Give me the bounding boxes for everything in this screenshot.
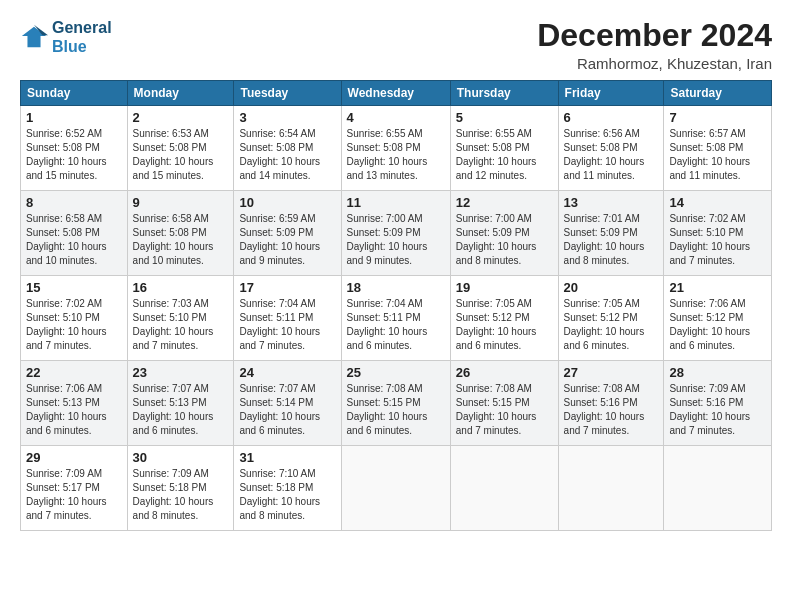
header: General Blue December 2024 Ramhormoz, Kh… <box>20 18 772 72</box>
title-area: December 2024 Ramhormoz, Khuzestan, Iran <box>537 18 772 72</box>
calendar-cell: 16Sunrise: 7:03 AM Sunset: 5:10 PM Dayli… <box>127 276 234 361</box>
calendar-cell: 14Sunrise: 7:02 AM Sunset: 5:10 PM Dayli… <box>664 191 772 276</box>
day-detail: Sunrise: 6:56 AM Sunset: 5:08 PM Dayligh… <box>564 127 659 183</box>
day-number: 17 <box>239 280 335 295</box>
calendar-cell <box>341 446 450 531</box>
calendar-table: SundayMondayTuesdayWednesdayThursdayFrid… <box>20 80 772 531</box>
calendar-cell: 15Sunrise: 7:02 AM Sunset: 5:10 PM Dayli… <box>21 276 128 361</box>
calendar-cell: 12Sunrise: 7:00 AM Sunset: 5:09 PM Dayli… <box>450 191 558 276</box>
calendar-cell: 13Sunrise: 7:01 AM Sunset: 5:09 PM Dayli… <box>558 191 664 276</box>
day-detail: Sunrise: 6:53 AM Sunset: 5:08 PM Dayligh… <box>133 127 229 183</box>
day-detail: Sunrise: 6:58 AM Sunset: 5:08 PM Dayligh… <box>26 212 122 268</box>
day-number: 10 <box>239 195 335 210</box>
weekday-header: Saturday <box>664 81 772 106</box>
calendar-cell: 28Sunrise: 7:09 AM Sunset: 5:16 PM Dayli… <box>664 361 772 446</box>
day-detail: Sunrise: 7:05 AM Sunset: 5:12 PM Dayligh… <box>564 297 659 353</box>
calendar-cell: 5Sunrise: 6:55 AM Sunset: 5:08 PM Daylig… <box>450 106 558 191</box>
day-number: 11 <box>347 195 445 210</box>
day-detail: Sunrise: 6:59 AM Sunset: 5:09 PM Dayligh… <box>239 212 335 268</box>
day-detail: Sunrise: 7:03 AM Sunset: 5:10 PM Dayligh… <box>133 297 229 353</box>
weekday-header: Wednesday <box>341 81 450 106</box>
logo: General Blue <box>20 18 112 56</box>
day-detail: Sunrise: 7:02 AM Sunset: 5:10 PM Dayligh… <box>26 297 122 353</box>
day-number: 5 <box>456 110 553 125</box>
calendar-cell: 2Sunrise: 6:53 AM Sunset: 5:08 PM Daylig… <box>127 106 234 191</box>
day-detail: Sunrise: 6:58 AM Sunset: 5:08 PM Dayligh… <box>133 212 229 268</box>
day-detail: Sunrise: 7:09 AM Sunset: 5:18 PM Dayligh… <box>133 467 229 523</box>
day-detail: Sunrise: 7:04 AM Sunset: 5:11 PM Dayligh… <box>239 297 335 353</box>
day-detail: Sunrise: 7:00 AM Sunset: 5:09 PM Dayligh… <box>347 212 445 268</box>
day-detail: Sunrise: 7:08 AM Sunset: 5:15 PM Dayligh… <box>456 382 553 438</box>
day-detail: Sunrise: 7:07 AM Sunset: 5:14 PM Dayligh… <box>239 382 335 438</box>
calendar-week-row: 29Sunrise: 7:09 AM Sunset: 5:17 PM Dayli… <box>21 446 772 531</box>
day-detail: Sunrise: 7:10 AM Sunset: 5:18 PM Dayligh… <box>239 467 335 523</box>
calendar-cell: 27Sunrise: 7:08 AM Sunset: 5:16 PM Dayli… <box>558 361 664 446</box>
calendar-week-row: 1Sunrise: 6:52 AM Sunset: 5:08 PM Daylig… <box>21 106 772 191</box>
day-number: 30 <box>133 450 229 465</box>
day-number: 13 <box>564 195 659 210</box>
weekday-header: Tuesday <box>234 81 341 106</box>
month-title: December 2024 <box>537 18 772 53</box>
calendar-cell: 24Sunrise: 7:07 AM Sunset: 5:14 PM Dayli… <box>234 361 341 446</box>
day-number: 14 <box>669 195 766 210</box>
weekday-header: Monday <box>127 81 234 106</box>
day-number: 23 <box>133 365 229 380</box>
calendar-cell <box>558 446 664 531</box>
day-detail: Sunrise: 6:55 AM Sunset: 5:08 PM Dayligh… <box>456 127 553 183</box>
calendar-cell <box>664 446 772 531</box>
calendar-cell: 17Sunrise: 7:04 AM Sunset: 5:11 PM Dayli… <box>234 276 341 361</box>
day-detail: Sunrise: 7:01 AM Sunset: 5:09 PM Dayligh… <box>564 212 659 268</box>
day-number: 12 <box>456 195 553 210</box>
day-detail: Sunrise: 7:02 AM Sunset: 5:10 PM Dayligh… <box>669 212 766 268</box>
day-number: 31 <box>239 450 335 465</box>
day-number: 15 <box>26 280 122 295</box>
weekday-header: Friday <box>558 81 664 106</box>
day-detail: Sunrise: 7:06 AM Sunset: 5:13 PM Dayligh… <box>26 382 122 438</box>
calendar-cell: 1Sunrise: 6:52 AM Sunset: 5:08 PM Daylig… <box>21 106 128 191</box>
day-number: 28 <box>669 365 766 380</box>
calendar-cell: 30Sunrise: 7:09 AM Sunset: 5:18 PM Dayli… <box>127 446 234 531</box>
calendar-cell: 18Sunrise: 7:04 AM Sunset: 5:11 PM Dayli… <box>341 276 450 361</box>
calendar-cell: 8Sunrise: 6:58 AM Sunset: 5:08 PM Daylig… <box>21 191 128 276</box>
calendar-cell: 23Sunrise: 7:07 AM Sunset: 5:13 PM Dayli… <box>127 361 234 446</box>
day-detail: Sunrise: 7:09 AM Sunset: 5:16 PM Dayligh… <box>669 382 766 438</box>
calendar-cell: 29Sunrise: 7:09 AM Sunset: 5:17 PM Dayli… <box>21 446 128 531</box>
day-detail: Sunrise: 7:04 AM Sunset: 5:11 PM Dayligh… <box>347 297 445 353</box>
day-number: 2 <box>133 110 229 125</box>
weekday-header: Thursday <box>450 81 558 106</box>
calendar-cell: 6Sunrise: 6:56 AM Sunset: 5:08 PM Daylig… <box>558 106 664 191</box>
day-detail: Sunrise: 7:05 AM Sunset: 5:12 PM Dayligh… <box>456 297 553 353</box>
day-number: 6 <box>564 110 659 125</box>
day-detail: Sunrise: 6:52 AM Sunset: 5:08 PM Dayligh… <box>26 127 122 183</box>
day-number: 24 <box>239 365 335 380</box>
day-number: 1 <box>26 110 122 125</box>
calendar-cell: 20Sunrise: 7:05 AM Sunset: 5:12 PM Dayli… <box>558 276 664 361</box>
day-number: 21 <box>669 280 766 295</box>
day-detail: Sunrise: 7:06 AM Sunset: 5:12 PM Dayligh… <box>669 297 766 353</box>
day-number: 27 <box>564 365 659 380</box>
calendar-cell: 22Sunrise: 7:06 AM Sunset: 5:13 PM Dayli… <box>21 361 128 446</box>
day-detail: Sunrise: 7:08 AM Sunset: 5:15 PM Dayligh… <box>347 382 445 438</box>
calendar-cell: 21Sunrise: 7:06 AM Sunset: 5:12 PM Dayli… <box>664 276 772 361</box>
day-number: 19 <box>456 280 553 295</box>
day-number: 18 <box>347 280 445 295</box>
calendar-cell: 3Sunrise: 6:54 AM Sunset: 5:08 PM Daylig… <box>234 106 341 191</box>
logo-text: General Blue <box>52 18 112 56</box>
day-detail: Sunrise: 7:09 AM Sunset: 5:17 PM Dayligh… <box>26 467 122 523</box>
calendar-cell: 31Sunrise: 7:10 AM Sunset: 5:18 PM Dayli… <box>234 446 341 531</box>
day-number: 4 <box>347 110 445 125</box>
page: General Blue December 2024 Ramhormoz, Kh… <box>0 0 792 612</box>
calendar-cell: 11Sunrise: 7:00 AM Sunset: 5:09 PM Dayli… <box>341 191 450 276</box>
day-number: 9 <box>133 195 229 210</box>
logo-icon <box>20 23 48 51</box>
day-detail: Sunrise: 6:54 AM Sunset: 5:08 PM Dayligh… <box>239 127 335 183</box>
day-detail: Sunrise: 7:00 AM Sunset: 5:09 PM Dayligh… <box>456 212 553 268</box>
calendar-cell <box>450 446 558 531</box>
day-detail: Sunrise: 7:07 AM Sunset: 5:13 PM Dayligh… <box>133 382 229 438</box>
calendar-cell: 4Sunrise: 6:55 AM Sunset: 5:08 PM Daylig… <box>341 106 450 191</box>
day-detail: Sunrise: 7:08 AM Sunset: 5:16 PM Dayligh… <box>564 382 659 438</box>
calendar-week-row: 8Sunrise: 6:58 AM Sunset: 5:08 PM Daylig… <box>21 191 772 276</box>
calendar-cell: 9Sunrise: 6:58 AM Sunset: 5:08 PM Daylig… <box>127 191 234 276</box>
calendar-week-row: 15Sunrise: 7:02 AM Sunset: 5:10 PM Dayli… <box>21 276 772 361</box>
day-number: 20 <box>564 280 659 295</box>
